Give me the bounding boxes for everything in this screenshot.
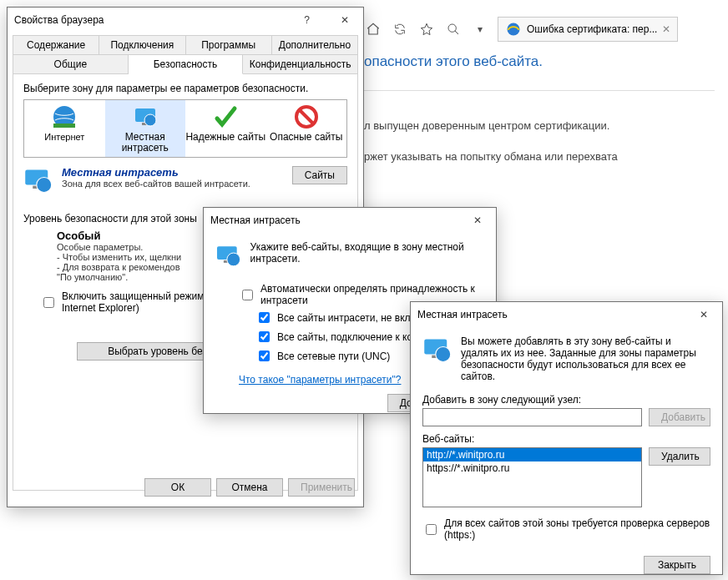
dialog-description: Вы можете добавлять в эту зону веб-сайты… xyxy=(461,335,710,382)
close-button[interactable]: ✕ xyxy=(458,209,496,232)
zone-label: Интернет xyxy=(24,132,105,143)
sites-button[interactable]: Сайты xyxy=(292,166,347,184)
tab-advanced[interactable]: Дополнительно xyxy=(272,35,358,54)
checkbox-label: Все сайты интрасети, не вклю xyxy=(277,312,418,324)
checkbox-input[interactable] xyxy=(242,290,253,300)
intranet-settings-link[interactable]: Что такое "параметры интрасети"? xyxy=(239,374,401,386)
zone-label: Местная интрасеть xyxy=(105,132,186,154)
cert-error-para-1: л выпущен доверенным центром сертификаци… xyxy=(364,119,715,132)
ie-toolbar: ▾ Ошибка сертификата: пер... ✕ xyxy=(364,17,715,42)
svg-rect-3 xyxy=(53,124,75,128)
tab-security[interactable]: Безопасность xyxy=(129,54,244,74)
globe-icon xyxy=(51,103,78,130)
close-tab-icon[interactable]: ✕ xyxy=(662,23,670,35)
close-button[interactable]: ✕ xyxy=(326,8,363,32)
checkbox-label: Все сетевые пути (UNC) xyxy=(277,351,390,362)
zone-description: Местная интрасеть Зона для всех веб-сайт… xyxy=(23,166,347,196)
zone-internet[interactable]: Интернет xyxy=(24,100,105,157)
ok-button[interactable]: ОК xyxy=(144,478,211,497)
forbidden-icon xyxy=(293,103,320,130)
checkbox-label-2: Internet Explorer) xyxy=(62,302,139,314)
svg-point-0 xyxy=(448,24,456,32)
titlebar: Местная интрасеть ✕ xyxy=(411,302,722,327)
tab-programs[interactable]: Программы xyxy=(186,35,272,54)
list-item[interactable]: http://*.winitpro.ru xyxy=(423,448,641,461)
apply-button[interactable]: Применить xyxy=(288,478,355,497)
zone-local-intranet[interactable]: Местная интрасеть xyxy=(105,100,186,157)
monitor-globe-icon xyxy=(132,103,159,130)
cert-error-para-2: ржет указывать на попытку обмана или пер… xyxy=(364,150,715,163)
tab-connections[interactable]: Подключения xyxy=(99,35,185,54)
zone-trusted[interactable]: Надежные сайты xyxy=(185,100,266,157)
dialog-buttons: ОК Отмена Применить xyxy=(144,478,355,497)
monitor-globe-icon xyxy=(215,241,242,271)
titlebar: Местная интрасеть ✕ xyxy=(204,208,496,233)
svg-point-16 xyxy=(436,347,451,362)
close-dialog-button[interactable]: Закрыть xyxy=(644,556,710,574)
cancel-button[interactable]: Отмена xyxy=(216,478,283,497)
titlebar: Свойства браузера ? ✕ xyxy=(8,8,363,33)
tab-privacy[interactable]: Конфиденциальность xyxy=(243,54,358,74)
svg-point-10 xyxy=(37,178,52,193)
zone-restricted[interactable]: Опасные сайты xyxy=(266,100,347,157)
help-button[interactable]: ? xyxy=(288,8,326,32)
checkbox-input[interactable] xyxy=(43,297,54,308)
cert-error-heading: опасности этого веб-сайта. xyxy=(364,53,715,91)
certificate-error-page: опасности этого веб-сайта. л выпущен дов… xyxy=(364,53,715,181)
checkbox-input[interactable] xyxy=(259,312,270,323)
dialog-description: Укажите веб-сайты, входящие в зону местн… xyxy=(250,241,484,265)
tab-title: Ошибка сертификата: пер... xyxy=(527,23,657,35)
ie-logo-icon xyxy=(505,21,522,38)
zone-title: Местная интрасеть xyxy=(62,166,284,179)
remove-button[interactable]: Удалить xyxy=(649,447,710,466)
monitor-globe-icon xyxy=(23,166,53,196)
tab-content[interactable]: Содержание xyxy=(13,35,99,54)
checkbox-input[interactable] xyxy=(426,524,437,535)
add-button[interactable]: Добавить xyxy=(649,408,710,426)
checkbox-input[interactable] xyxy=(259,351,270,361)
search-icon[interactable] xyxy=(444,20,463,38)
star-icon[interactable] xyxy=(417,20,436,38)
add-site-label: Добавить в зону следующий узел: xyxy=(422,394,710,406)
window-title: Местная интрасеть xyxy=(210,214,458,226)
add-site-input[interactable] xyxy=(422,408,642,426)
monitor-globe-icon xyxy=(422,335,452,366)
checkbox-input[interactable] xyxy=(259,331,270,342)
checkbox-label: Все сайты, подключение к кот xyxy=(277,331,417,343)
checkmark-icon xyxy=(212,103,239,130)
zone-label: Опасные сайты xyxy=(266,132,347,143)
window-title: Свойства браузера xyxy=(14,14,288,26)
checkbox-label: Для всех сайтов этой зоны требуется пров… xyxy=(444,517,710,541)
require-https-checkbox[interactable]: Для всех сайтов этой зоны требуется пров… xyxy=(422,517,710,541)
refresh-icon[interactable] xyxy=(391,20,409,38)
browser-tab[interactable]: Ошибка сертификата: пер... ✕ xyxy=(498,17,678,42)
zone-prompt: Выберите зону для параметры ее параметро… xyxy=(23,83,347,94)
svg-point-13 xyxy=(227,253,240,266)
websites-label: Веб-сайты: xyxy=(422,433,710,445)
tab-general[interactable]: Общие xyxy=(13,54,129,74)
list-item[interactable]: https://*.winitpro.ru xyxy=(423,461,641,475)
home-icon[interactable] xyxy=(364,20,382,38)
zone-subtitle: Зона для всех веб-сайтов вашей интрасети… xyxy=(62,179,284,189)
websites-listbox[interactable]: http://*.winitpro.ru https://*.winitpro.… xyxy=(422,447,642,507)
zone-list: Интернет Местная интрасеть Надежные сайт… xyxy=(23,99,347,158)
window-title: Местная интрасеть xyxy=(417,309,685,320)
zone-label: Надежные сайты xyxy=(185,132,266,143)
chevron-down-icon[interactable]: ▾ xyxy=(471,20,489,38)
close-button[interactable]: ✕ xyxy=(685,303,722,326)
local-intranet-sites-dialog: Местная интрасеть ✕ Вы можете добавлять … xyxy=(410,301,723,575)
svg-point-6 xyxy=(144,114,156,126)
